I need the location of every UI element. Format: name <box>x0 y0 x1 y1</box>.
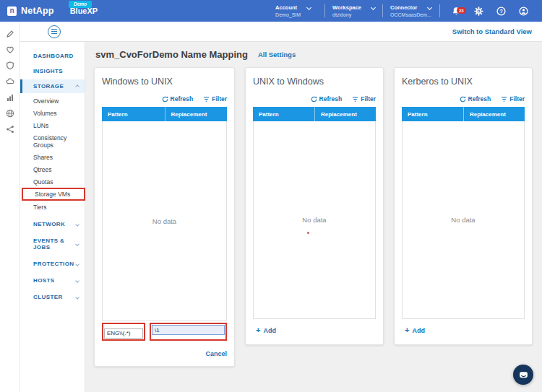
rail-health-icon[interactable] <box>2 42 18 58</box>
refresh-button[interactable]: Refresh <box>460 95 491 103</box>
chevron-down-icon <box>306 5 311 10</box>
chevron-down-icon <box>426 5 431 10</box>
sidebar-item-consistency-groups[interactable]: Consistency Groups <box>20 131 85 151</box>
sidebar-item-overview[interactable]: Overview <box>20 95 85 107</box>
sidebar-item-cluster[interactable]: CLUSTER <box>20 290 85 304</box>
sidebar-item-dashboard[interactable]: DASHBOARD <box>20 49 85 63</box>
all-settings-link[interactable]: All Settings <box>258 51 296 58</box>
column-header-replacement: Replacement <box>314 107 376 121</box>
filter-label: Filter <box>212 95 227 103</box>
sidebar-item-tiers[interactable]: Tiers <box>20 201 85 213</box>
sidebar-item-label: STORAGE <box>33 83 64 90</box>
rail-analytics-icon[interactable] <box>2 90 18 105</box>
connector-menu[interactable]: Connector OCCMsaasDem... <box>383 4 439 17</box>
divider <box>439 4 440 17</box>
kerberos-to-unix-card: Kerberos to UNIX Refresh Filter <box>394 67 533 345</box>
sidebar-item-volumes[interactable]: Volumes <box>20 107 85 119</box>
column-header-pattern: Pattern <box>402 111 463 118</box>
refresh-button[interactable]: Refresh <box>162 95 194 103</box>
windows-to-unix-card: Windows to UNIX Refresh Filter <box>94 67 235 367</box>
rail-mobility-icon[interactable] <box>2 74 18 90</box>
add-button[interactable]: + Add <box>405 326 525 334</box>
sidebar-item-shares[interactable]: Shares <box>20 151 85 163</box>
add-button[interactable]: + Add <box>256 326 376 334</box>
unix-to-windows-card: UNIX to Windows Refresh Filter <box>245 67 384 345</box>
chevron-down-icon <box>75 295 79 300</box>
account-menu[interactable]: Account Demo_SIM <box>268 4 324 17</box>
card-title: Kerberos to UNIX <box>402 77 525 87</box>
card-title: UNIX to Windows <box>253 77 376 87</box>
sidebar-item-insights[interactable]: INSIGHTS <box>20 64 85 78</box>
add-label: Add <box>263 327 276 334</box>
filter-button[interactable]: Filter <box>203 95 227 103</box>
logo-letter: n <box>9 7 14 14</box>
sidebar-item-label: PROTECTION <box>33 261 74 267</box>
sidebar-item-network[interactable]: NETWORK <box>20 217 85 231</box>
refresh-button[interactable]: Refresh <box>311 95 343 103</box>
rail-edit-icon[interactable] <box>2 26 18 42</box>
netapp-logo-icon: n <box>7 6 17 16</box>
page-title: svm_CvoForDemo Name Mapping <box>95 49 248 60</box>
sidebar-item-label: NETWORK <box>33 221 65 227</box>
account-label: Account <box>275 4 297 11</box>
notification-count-badge: 23 <box>457 7 466 14</box>
refresh-label: Refresh <box>171 95 194 103</box>
no-data-text: No data <box>302 216 326 224</box>
filter-button[interactable]: Filter <box>501 95 525 103</box>
rail-governance-icon[interactable] <box>2 105 18 121</box>
replacement-input[interactable] <box>152 325 225 335</box>
sidebar-item-storage[interactable]: STORAGE <box>20 79 85 93</box>
sidebar-item-events-jobs[interactable]: EVENTS & JOBS <box>20 234 85 254</box>
cancel-button[interactable]: Cancel <box>205 350 227 357</box>
notifications-bell-icon[interactable]: 23 <box>450 5 462 17</box>
connector-value: OCCMsaasDem... <box>390 12 431 17</box>
account-value: Demo_SIM <box>275 12 301 17</box>
filter-icon <box>501 96 507 103</box>
table-header: Pattern Replacement <box>253 107 376 121</box>
switch-to-standard-view-link[interactable]: Switch to Standard View <box>452 27 532 35</box>
sidebar-item-label: EVENTS & JOBS <box>33 238 76 251</box>
demo-badge: Demo <box>69 1 92 8</box>
settings-gear-icon[interactable] <box>473 5 484 17</box>
table-header: Pattern Replacement <box>402 107 525 121</box>
sidebar-item-label: CLUSTER <box>33 294 63 300</box>
sidebar-item-hosts[interactable]: HOSTS <box>20 274 85 287</box>
brand-name: NetApp <box>21 6 54 16</box>
sidebar-item-protection[interactable]: PROTECTION <box>20 257 85 271</box>
sidebar-item-qtrees[interactable]: Qtrees <box>20 163 85 175</box>
chevron-down-icon <box>75 222 79 227</box>
table-body: No data <box>402 121 525 319</box>
plus-icon: + <box>405 326 409 334</box>
sidebar-item-label: INSIGHTS <box>33 68 63 74</box>
filter-icon <box>203 96 210 103</box>
rail-shield-icon[interactable] <box>2 58 18 74</box>
help-icon[interactable]: ? <box>495 5 507 17</box>
chat-support-button[interactable] <box>513 365 533 385</box>
refresh-label: Refresh <box>319 95 343 103</box>
sidebar-item-storage-vms[interactable]: Storage VMs <box>22 188 85 201</box>
workspace-menu[interactable]: Workspace dtzidony <box>325 4 382 17</box>
table-header: Pattern Replacement <box>102 107 227 121</box>
svg-text:?: ? <box>499 8 503 14</box>
user-account-icon[interactable] <box>517 5 529 17</box>
rail-share-icon[interactable] <box>2 121 18 137</box>
no-data-text: No data <box>451 216 475 224</box>
plus-icon: + <box>256 326 260 334</box>
sidebar: DASHBOARD INSIGHTS STORAGE Overview Volu… <box>20 42 85 392</box>
column-header-replacement: Replacement <box>463 107 525 121</box>
pattern-input[interactable] <box>104 328 143 339</box>
annotation-pattern-input <box>102 323 145 341</box>
sidebar-menu-icon[interactable] <box>48 25 61 38</box>
sidebar-item-quotas[interactable]: Quotas <box>20 175 85 188</box>
sidebar-item-luns[interactable]: LUNs <box>20 119 85 131</box>
workspace-value: dtzidony <box>332 12 351 17</box>
filter-label: Filter <box>509 95 525 103</box>
sidebar-item-label: HOSTS <box>33 277 55 284</box>
app-header: n NetApp BlueXP Demo Account Demo_SIM Wo… <box>0 0 542 22</box>
connector-label: Connector <box>390 4 418 11</box>
filter-button[interactable]: Filter <box>352 95 376 103</box>
sidebar-item-label: DASHBOARD <box>33 53 74 59</box>
annotation-replacement-input <box>150 323 227 341</box>
workspace-label: Workspace <box>332 4 361 11</box>
table-body: No data <box>253 121 376 319</box>
